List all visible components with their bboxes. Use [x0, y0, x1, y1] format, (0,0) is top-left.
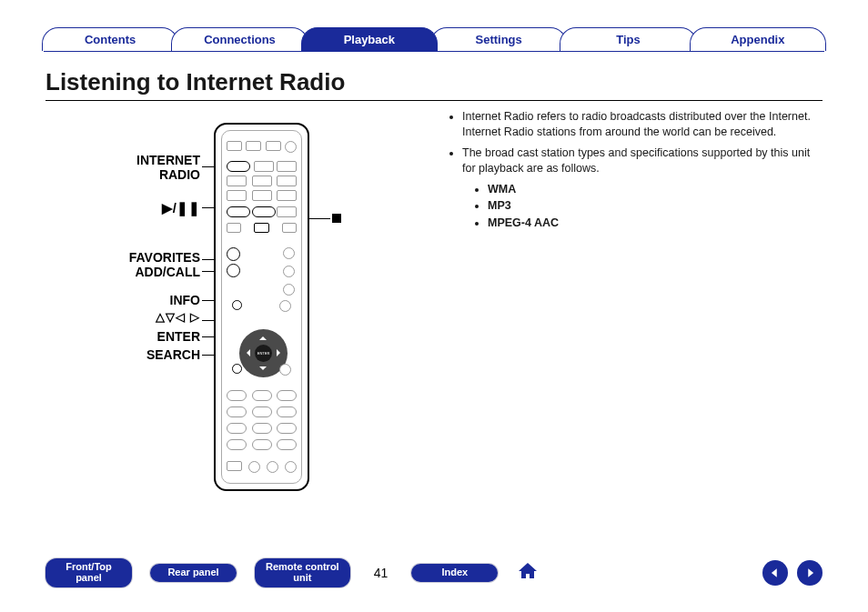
tab-appendix[interactable]: Appendix: [690, 27, 826, 51]
label-enter: ENTER: [45, 329, 200, 344]
label-directions: △▽◁ ▷: [45, 311, 200, 325]
prev-page-button[interactable]: [762, 560, 788, 586]
search-button-highlight: [232, 364, 242, 374]
info-button-highlight: [232, 300, 242, 310]
tab-playback[interactable]: Playback: [301, 27, 438, 51]
call-button-highlight: [227, 264, 240, 277]
home-icon[interactable]: [516, 560, 540, 586]
remote-control-illustration: ENTER: [214, 123, 309, 491]
internet-radio-button-highlight: [227, 161, 250, 172]
add-button-highlight: [227, 247, 240, 261]
stop-button-highlight: [254, 223, 268, 233]
label-search: SEARCH: [45, 347, 200, 362]
page-title: Listening to Internet Radio: [45, 68, 345, 96]
tab-divider: [44, 51, 824, 52]
next-page-button[interactable]: [797, 560, 823, 586]
nav-index[interactable]: Index: [411, 564, 498, 582]
page-number: 41: [368, 566, 394, 580]
label-internet-radio: INTERNET RADIO: [45, 153, 200, 182]
nav-front-top-panel[interactable]: Front/Top panel: [45, 558, 132, 587]
nav-rear-panel[interactable]: Rear panel: [150, 564, 237, 582]
nav-remote-control-unit[interactable]: Remote control unit: [255, 558, 350, 587]
format-mp3: MP3: [488, 198, 813, 214]
info-bullet-1: Internet Radio refers to radio broadcast…: [462, 109, 813, 140]
format-mpeg4aac: MPEG-4 AAC: [488, 216, 813, 231]
tab-contents[interactable]: Contents: [42, 27, 178, 51]
description-text: Internet Radio refers to radio broadcast…: [409, 109, 823, 539]
tab-settings[interactable]: Settings: [430, 27, 567, 51]
main-content: INTERNET RADIO ▶/❚❚ FAVORITES ADD/CALL I…: [45, 109, 823, 539]
label-play-pause: ▶/❚❚: [45, 200, 200, 216]
tab-tips[interactable]: Tips: [560, 27, 696, 51]
play-pause-button-highlight: [227, 206, 250, 217]
stop-icon: [332, 214, 341, 223]
label-favorites: FAVORITES ADD/CALL: [45, 250, 200, 279]
info-bullet-2: The broad cast station types and specifi…: [462, 145, 813, 231]
remote-diagram: INTERNET RADIO ▶/❚❚ FAVORITES ADD/CALL I…: [45, 109, 409, 539]
format-wma: WMA: [488, 182, 813, 197]
tab-connections[interactable]: Connections: [171, 27, 308, 51]
bottom-nav: Front/Top panel Rear panel Remote contro…: [45, 557, 823, 588]
label-info: INFO: [45, 293, 200, 307]
title-underline: [45, 100, 823, 101]
